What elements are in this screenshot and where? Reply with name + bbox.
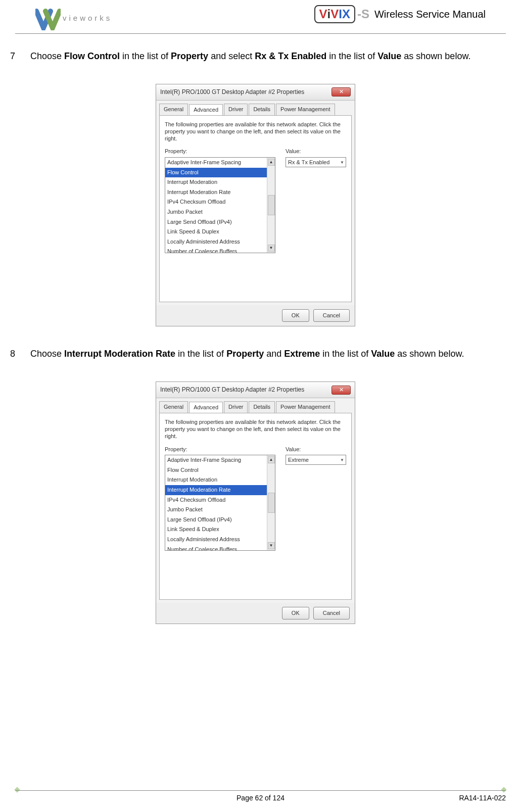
tab-general[interactable]: General — [159, 401, 188, 413]
dialog-titlebar: Intel(R) PRO/1000 GT Desktop Adapter #2 … — [156, 84, 355, 101]
property-item[interactable]: Adaptive Inter-Frame Spacing — [165, 455, 267, 465]
tab-general[interactable]: General — [159, 104, 188, 115]
scroll-thumb[interactable] — [268, 195, 275, 215]
scrollbar[interactable]: ▲ ▼ — [267, 455, 275, 550]
dialog-description: The following properties are available f… — [165, 121, 346, 142]
property-item[interactable]: IPv4 Checksum Offload — [165, 495, 267, 505]
close-button[interactable]: ✕ — [331, 386, 351, 395]
value-label: Value: — [286, 445, 346, 454]
tabs: General Advanced Driver Details Power Ma… — [156, 101, 355, 115]
vieworks-logo-icon — [35, 5, 61, 30]
vieworks-logo: vieworks — [35, 5, 112, 30]
page-content: 7 Choose Flow Control in the list of Pro… — [0, 34, 521, 624]
ok-button[interactable]: OK — [282, 309, 309, 322]
tab-driver[interactable]: Driver — [224, 401, 248, 413]
scrollbar[interactable]: ▲ ▼ — [267, 158, 275, 253]
tab-details[interactable]: Details — [249, 401, 275, 413]
dialog-2-wrap: Intel(R) PRO/1000 GT Desktop Adapter #2 … — [10, 381, 501, 624]
ok-button[interactable]: OK — [282, 607, 309, 620]
tab-body: The following properties are available f… — [159, 413, 352, 600]
property-label: Property: — [165, 445, 275, 454]
step-number: 8 — [10, 347, 20, 361]
dialog-footer: OK Cancel — [156, 603, 355, 624]
tab-advanced[interactable]: Advanced — [189, 104, 223, 116]
property-item[interactable]: Interrupt Moderation — [165, 475, 267, 485]
close-button[interactable]: ✕ — [331, 87, 351, 97]
property-items: Adaptive Inter-Frame SpacingFlow Control… — [165, 158, 267, 253]
scroll-up-icon[interactable]: ▲ — [268, 159, 275, 166]
vivix-suffix: -S — [357, 7, 369, 21]
property-item[interactable]: Interrupt Moderation Rate — [165, 187, 267, 198]
dialog-footer: OK Cancel — [156, 305, 355, 326]
value-label: Value: — [286, 147, 346, 156]
tabs: General Advanced Driver Details Power Ma… — [156, 398, 355, 413]
tab-driver[interactable]: Driver — [224, 104, 248, 115]
property-items: Adaptive Inter-Frame SpacingFlow Control… — [165, 455, 267, 550]
tab-power-management[interactable]: Power Management — [276, 104, 335, 115]
dialog-description: The following properties are available f… — [165, 418, 346, 440]
manual-title: Wireless Service Manual — [374, 9, 486, 20]
property-item[interactable]: Number of Coalesce Buffers — [165, 545, 267, 551]
scroll-up-icon[interactable]: ▲ — [268, 456, 275, 463]
dialog-titlebar: Intel(R) PRO/1000 GT Desktop Adapter #2 … — [156, 382, 355, 398]
tab-details[interactable]: Details — [249, 104, 275, 115]
property-item[interactable]: IPv4 Checksum Offload — [165, 197, 267, 207]
property-item[interactable]: Flow Control — [165, 465, 267, 475]
property-item[interactable]: Locally Administered Address — [165, 535, 267, 545]
step-text: Choose Flow Control in the list of Prope… — [30, 49, 470, 64]
property-item[interactable]: Link Speed & Duplex — [165, 227, 267, 237]
property-item[interactable]: Jumbo Packet — [165, 505, 267, 515]
page-number: Page 62 of 124 — [236, 794, 285, 802]
value-select[interactable]: Extreme — [286, 455, 346, 465]
vivix-logo-box: ViVIX — [314, 5, 355, 23]
value-select[interactable]: Rx & Tx Enabled — [286, 157, 346, 167]
property-item[interactable]: Link Speed & Duplex — [165, 524, 267, 535]
property-item[interactable]: Locally Administered Address — [165, 237, 267, 247]
page-footer: Page 62 of 124 RA14-11A-022 — [15, 790, 506, 802]
dialog-title: Intel(R) PRO/1000 GT Desktop Adapter #2 … — [160, 385, 304, 395]
adapter-properties-dialog-1: Intel(R) PRO/1000 GT Desktop Adapter #2 … — [156, 84, 355, 326]
scroll-down-icon[interactable]: ▼ — [268, 542, 275, 549]
dialog-title: Intel(R) PRO/1000 GT Desktop Adapter #2 … — [160, 87, 304, 97]
header-right: ViVIX -S Wireless Service Manual — [314, 5, 486, 23]
step-text: Choose Interrupt Moderation Rate in the … — [30, 347, 464, 361]
property-label: Property: — [165, 147, 275, 156]
property-item[interactable]: Large Send Offload (IPv4) — [165, 217, 267, 227]
tab-power-management[interactable]: Power Management — [276, 401, 335, 413]
cancel-button[interactable]: Cancel — [313, 309, 350, 322]
property-item[interactable]: Adaptive Inter-Frame Spacing — [165, 158, 267, 168]
scroll-thumb[interactable] — [268, 493, 275, 513]
step-8: 8 Choose Interrupt Moderation Rate in th… — [10, 347, 501, 361]
property-item[interactable]: Interrupt Moderation — [165, 177, 267, 187]
scroll-down-icon[interactable]: ▼ — [268, 245, 275, 252]
adapter-properties-dialog-2: Intel(R) PRO/1000 GT Desktop Adapter #2 … — [156, 381, 355, 624]
property-list[interactable]: Adaptive Inter-Frame SpacingFlow Control… — [165, 157, 275, 253]
tab-advanced[interactable]: Advanced — [189, 402, 223, 413]
property-item[interactable]: Flow Control — [165, 168, 267, 178]
property-item[interactable]: Large Send Offload (IPv4) — [165, 515, 267, 525]
step-7: 7 Choose Flow Control in the list of Pro… — [10, 49, 501, 64]
property-item[interactable]: Number of Coalesce Buffers — [165, 247, 267, 253]
doc-code: RA14-11A-022 — [459, 794, 506, 802]
vivix-logo: ViVIX -S — [314, 5, 369, 23]
dialog-1-wrap: Intel(R) PRO/1000 GT Desktop Adapter #2 … — [10, 84, 501, 326]
page-header: vieworks ViVIX -S Wireless Service Manua… — [15, 0, 506, 34]
cancel-button[interactable]: Cancel — [313, 607, 350, 620]
property-item[interactable]: Jumbo Packet — [165, 207, 267, 217]
vieworks-logo-text: vieworks — [63, 14, 112, 22]
step-number: 7 — [10, 49, 20, 64]
property-item[interactable]: Interrupt Moderation Rate — [165, 485, 267, 495]
tab-body: The following properties are available f… — [159, 115, 352, 302]
property-list[interactable]: Adaptive Inter-Frame SpacingFlow Control… — [165, 455, 275, 551]
vivix-logo-text: IX — [339, 7, 350, 21]
